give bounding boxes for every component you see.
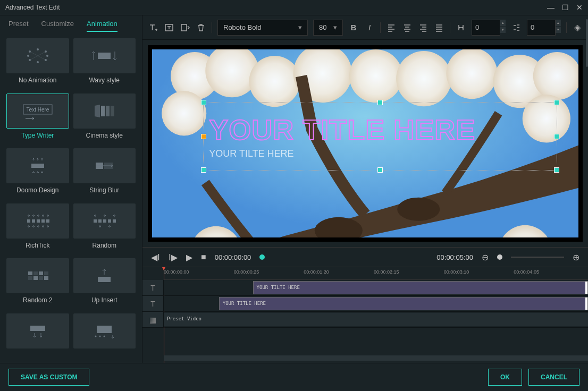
subtitle-text[interactable]: YOUR TILTE HERE (209, 148, 551, 159)
svg-rect-23 (46, 219, 49, 223)
align-left-icon[interactable] (386, 22, 397, 33)
svg-point-51 (396, 51, 451, 106)
svg-rect-31 (39, 271, 43, 275)
track-head-icon: T (142, 280, 164, 295)
timeline-clip[interactable]: Preset Video (164, 313, 588, 326)
tab-animation[interactable]: Animation (87, 20, 117, 32)
font-dropdown[interactable]: Roboto Bold (217, 20, 308, 36)
svg-point-40 (95, 335, 97, 337)
svg-rect-37 (98, 277, 111, 282)
step-back-icon[interactable]: ◀Ⅰ (151, 252, 160, 262)
spacing-down[interactable]: ▾ (500, 27, 506, 33)
zoom-in-icon[interactable]: ⊕ (573, 252, 579, 262)
window-title: Advanced Text Edit (5, 4, 60, 11)
svg-rect-36 (44, 276, 48, 280)
svg-rect-27 (108, 219, 111, 223)
close-icon[interactable]: ✕ (576, 3, 583, 12)
svg-rect-22 (41, 219, 45, 223)
zoom-slider-handle[interactable] (497, 254, 502, 260)
letter-spacing-icon[interactable] (456, 22, 466, 33)
timeline-scrollbar[interactable] (164, 355, 588, 361)
timeline-clip[interactable]: YOUR TILTE HERE (253, 281, 588, 294)
titlebar: Advanced Text Edit — ☐ ✕ (0, 0, 588, 15)
preset-doomo-design[interactable]: Doomo Design (6, 148, 69, 199)
svg-rect-24 (94, 219, 97, 223)
text-box-icon[interactable] (164, 22, 174, 33)
zoom-out-icon[interactable]: ⊖ (482, 252, 489, 262)
preset-item-11[interactable] (73, 313, 136, 357)
line-height-icon[interactable] (511, 22, 522, 33)
ruler-tick: 00:00:02:15 (374, 269, 399, 275)
zoom-slider[interactable] (511, 257, 564, 258)
svg-point-1 (37, 48, 39, 50)
spacing-up[interactable]: ▴ (500, 20, 506, 26)
step-fwd-icon[interactable]: Ⅰ▶ (169, 252, 178, 262)
svg-rect-26 (103, 219, 106, 223)
svg-point-50 (349, 49, 402, 103)
preset-no-animation[interactable]: No Animation (6, 38, 69, 89)
svg-rect-21 (37, 219, 40, 223)
effects-icon[interactable]: ◈ (572, 22, 583, 33)
svg-rect-16 (31, 164, 44, 168)
letter-spacing-input[interactable]: 0 (472, 20, 500, 36)
lineheight-down[interactable]: ▾ (556, 27, 561, 33)
preset-wavy-style[interactable]: Wavy style (73, 38, 136, 89)
timeline-track: ▦Preset Video (142, 312, 588, 328)
svg-rect-33 (28, 276, 32, 280)
ok-button[interactable]: OK (488, 369, 522, 386)
text-shape-icon[interactable] (180, 22, 190, 33)
font-size-dropdown[interactable]: 80 (313, 20, 343, 36)
ruler-tick: 00:00:00:25 (234, 269, 259, 275)
svg-point-61 (397, 198, 440, 221)
preset-grid: No AnimationWavy styleText HereType Writ… (0, 32, 142, 363)
ruler-tick: 00:00:04:05 (514, 269, 539, 275)
left-sidebar: Preset Customize Animation No AnimationW… (0, 15, 142, 363)
preset-richtick[interactable]: RichTick (6, 203, 69, 254)
svg-point-6 (37, 61, 39, 63)
svg-point-4 (46, 55, 48, 57)
preset-type-writer[interactable]: Text HereType Writer (6, 94, 69, 144)
duration-time: 00:00:05:00 (436, 253, 473, 261)
maximize-icon[interactable]: ☐ (562, 3, 569, 12)
tab-customize[interactable]: Customize (41, 20, 74, 32)
progress-start-dot[interactable] (259, 254, 265, 260)
preset-random-2[interactable]: Random 2 (6, 258, 69, 309)
preset-cinema-style[interactable]: Cinema style (73, 94, 136, 144)
lineheight-up[interactable]: ▴ (556, 20, 561, 26)
line-height-input[interactable]: 0 (527, 20, 556, 36)
stop-icon[interactable]: ■ (201, 252, 206, 262)
timeline-clip[interactable]: YOUR TITLE HERE (219, 297, 588, 310)
svg-point-41 (99, 335, 101, 337)
svg-rect-29 (28, 271, 32, 275)
svg-rect-30 (33, 271, 38, 275)
italic-icon[interactable]: I (364, 22, 375, 33)
bold-icon[interactable]: B (348, 22, 359, 33)
timeline-track: TYOUR TITLE HERE (142, 296, 588, 312)
align-justify-icon[interactable] (434, 22, 444, 33)
svg-rect-35 (39, 276, 43, 280)
minimize-icon[interactable]: — (547, 3, 555, 12)
align-right-icon[interactable] (418, 22, 429, 33)
playback-controls: ◀Ⅰ Ⅰ▶ ▶ ■ 00:00:00:00 00:00:05:00 ⊖ ⊕ (142, 247, 588, 267)
svg-point-42 (104, 335, 105, 337)
play-icon[interactable]: ▶ (186, 252, 192, 262)
save-custom-button[interactable]: SAVE AS CUSTOM (9, 369, 89, 386)
cancel-button[interactable]: CANCEL (528, 369, 579, 386)
footer: SAVE AS CUSTOM OK CANCEL (0, 363, 588, 391)
timeline: 00:00:00:0000:00:00:2500:00:01:2000:00:0… (142, 267, 588, 363)
tab-preset[interactable]: Preset (9, 20, 29, 32)
add-text-icon[interactable] (148, 22, 158, 33)
preset-string-blur[interactable]: String Blur (73, 148, 136, 199)
delete-icon[interactable] (196, 22, 206, 33)
timeline-track: TYOUR TILTE HERE (142, 280, 588, 296)
preset-up-insert[interactable]: Up Insert (73, 258, 136, 309)
svg-rect-34 (33, 276, 38, 280)
align-center-icon[interactable] (402, 22, 413, 33)
timeline-ruler[interactable]: 00:00:00:0000:00:00:2500:00:01:2000:00:0… (164, 267, 588, 280)
preset-item-10[interactable] (6, 313, 69, 357)
title-bounding-box[interactable]: YOUR TITLE HERE YOUR TILTE HERE (203, 102, 557, 171)
preview-canvas[interactable]: YOUR TITLE HERE YOUR TILTE HERE (148, 45, 583, 242)
svg-rect-10 (98, 53, 111, 59)
preset-random[interactable]: Random (73, 203, 136, 254)
title-text[interactable]: YOUR TITLE HERE (209, 113, 551, 146)
